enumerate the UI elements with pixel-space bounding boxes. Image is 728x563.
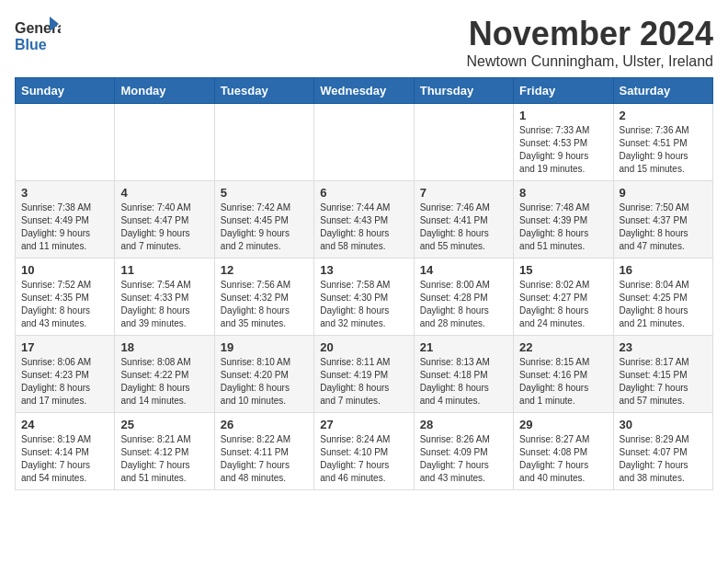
day-number: 24 [21, 418, 108, 431]
calendar-cell: 30Sunrise: 8:29 AM Sunset: 4:07 PM Dayli… [613, 413, 712, 490]
day-number: 20 [320, 340, 407, 354]
day-info: Sunrise: 8:10 AM Sunset: 4:20 PM Dayligh… [221, 356, 308, 408]
calendar-cell: 2Sunrise: 7:36 AM Sunset: 4:51 PM Daylig… [613, 104, 712, 181]
day-number: 13 [320, 263, 407, 277]
day-info: Sunrise: 7:50 AM Sunset: 4:37 PM Dayligh… [620, 201, 707, 253]
day-info: Sunrise: 7:48 AM Sunset: 4:39 PM Dayligh… [519, 201, 607, 253]
calendar-table: SundayMondayTuesdayWednesdayThursdayFrid… [15, 77, 713, 490]
page-header: GeneralBlue November 2024 Newtown Cunnin… [15, 15, 713, 70]
calendar-cell: 14Sunrise: 8:00 AM Sunset: 4:28 PM Dayli… [414, 259, 513, 336]
calendar-cell [214, 104, 313, 181]
calendar-cell: 26Sunrise: 8:22 AM Sunset: 4:11 PM Dayli… [214, 413, 313, 490]
day-header-wednesday: Wednesday [314, 78, 414, 104]
day-info: Sunrise: 7:38 AM Sunset: 4:49 PM Dayligh… [21, 201, 108, 253]
day-header-friday: Friday [514, 78, 613, 104]
day-number: 29 [519, 418, 607, 431]
calendar-cell: 23Sunrise: 8:17 AM Sunset: 4:15 PM Dayli… [613, 336, 712, 413]
day-info: Sunrise: 8:19 AM Sunset: 4:14 PM Dayligh… [21, 433, 108, 485]
calendar-cell: 10Sunrise: 7:52 AM Sunset: 4:35 PM Dayli… [16, 259, 115, 336]
day-number: 16 [620, 263, 707, 277]
day-number: 1 [519, 109, 607, 122]
calendar-cell: 21Sunrise: 8:13 AM Sunset: 4:18 PM Dayli… [414, 336, 513, 413]
location-title: Newtown Cunningham, Ulster, Ireland [466, 53, 713, 70]
day-info: Sunrise: 7:33 AM Sunset: 4:53 PM Dayligh… [519, 124, 607, 176]
day-info: Sunrise: 8:29 AM Sunset: 4:07 PM Dayligh… [620, 433, 707, 485]
day-info: Sunrise: 7:40 AM Sunset: 4:47 PM Dayligh… [120, 201, 208, 253]
calendar-week-1: 1Sunrise: 7:33 AM Sunset: 4:53 PM Daylig… [16, 104, 713, 181]
calendar-cell: 11Sunrise: 7:54 AM Sunset: 4:33 PM Dayli… [115, 259, 214, 336]
day-info: Sunrise: 8:24 AM Sunset: 4:10 PM Dayligh… [320, 433, 407, 485]
calendar-cell: 12Sunrise: 7:56 AM Sunset: 4:32 PM Dayli… [214, 259, 313, 336]
calendar-week-5: 24Sunrise: 8:19 AM Sunset: 4:14 PM Dayli… [16, 413, 713, 490]
day-header-tuesday: Tuesday [214, 78, 313, 104]
day-number: 12 [221, 263, 308, 277]
day-header-thursday: Thursday [414, 78, 513, 104]
calendar-cell: 9Sunrise: 7:50 AM Sunset: 4:37 PM Daylig… [613, 181, 712, 259]
day-number: 23 [620, 340, 707, 354]
calendar-cell: 15Sunrise: 8:02 AM Sunset: 4:27 PM Dayli… [514, 259, 613, 336]
calendar-cell [115, 104, 214, 181]
day-number: 26 [221, 418, 308, 431]
calendar-cell: 28Sunrise: 8:26 AM Sunset: 4:09 PM Dayli… [414, 413, 513, 490]
day-info: Sunrise: 7:54 AM Sunset: 4:33 PM Dayligh… [120, 279, 208, 330]
day-header-sunday: Sunday [16, 78, 115, 104]
day-info: Sunrise: 8:11 AM Sunset: 4:19 PM Dayligh… [320, 356, 407, 408]
calendar-cell: 3Sunrise: 7:38 AM Sunset: 4:49 PM Daylig… [16, 181, 115, 259]
calendar-cell: 1Sunrise: 7:33 AM Sunset: 4:53 PM Daylig… [514, 104, 613, 181]
calendar-cell [16, 104, 115, 181]
day-header-saturday: Saturday [613, 78, 712, 104]
calendar-cell: 29Sunrise: 8:27 AM Sunset: 4:08 PM Dayli… [514, 413, 613, 490]
day-info: Sunrise: 7:52 AM Sunset: 4:35 PM Dayligh… [21, 279, 108, 330]
calendar-cell [414, 104, 513, 181]
day-number: 7 [420, 186, 507, 200]
calendar-cell: 18Sunrise: 8:08 AM Sunset: 4:22 PM Dayli… [115, 336, 214, 413]
day-info: Sunrise: 8:17 AM Sunset: 4:15 PM Dayligh… [620, 356, 707, 408]
day-info: Sunrise: 8:26 AM Sunset: 4:09 PM Dayligh… [420, 433, 507, 485]
day-info: Sunrise: 8:21 AM Sunset: 4:12 PM Dayligh… [120, 433, 208, 485]
day-info: Sunrise: 7:58 AM Sunset: 4:30 PM Dayligh… [320, 279, 407, 330]
day-info: Sunrise: 8:27 AM Sunset: 4:08 PM Dayligh… [519, 433, 607, 485]
day-info: Sunrise: 8:04 AM Sunset: 4:25 PM Dayligh… [620, 279, 707, 330]
calendar-cell [314, 104, 414, 181]
day-number: 17 [21, 340, 108, 354]
day-number: 8 [519, 186, 607, 200]
day-number: 10 [21, 263, 108, 277]
logo: GeneralBlue [15, 15, 61, 56]
day-info: Sunrise: 8:02 AM Sunset: 4:27 PM Dayligh… [519, 279, 607, 330]
calendar-cell: 20Sunrise: 8:11 AM Sunset: 4:19 PM Dayli… [314, 336, 414, 413]
day-header-monday: Monday [115, 78, 214, 104]
day-number: 18 [120, 340, 208, 354]
day-number: 28 [420, 418, 507, 431]
day-info: Sunrise: 8:13 AM Sunset: 4:18 PM Dayligh… [420, 356, 507, 408]
day-info: Sunrise: 8:15 AM Sunset: 4:16 PM Dayligh… [519, 356, 607, 408]
calendar-cell: 24Sunrise: 8:19 AM Sunset: 4:14 PM Dayli… [16, 413, 115, 490]
calendar-cell: 4Sunrise: 7:40 AM Sunset: 4:47 PM Daylig… [115, 181, 214, 259]
day-number: 5 [221, 186, 308, 200]
day-info: Sunrise: 7:46 AM Sunset: 4:41 PM Dayligh… [420, 201, 507, 253]
calendar-week-3: 10Sunrise: 7:52 AM Sunset: 4:35 PM Dayli… [16, 259, 713, 336]
calendar-header-row: SundayMondayTuesdayWednesdayThursdayFrid… [16, 78, 713, 104]
day-number: 27 [320, 418, 407, 431]
calendar-cell: 13Sunrise: 7:58 AM Sunset: 4:30 PM Dayli… [314, 259, 414, 336]
day-info: Sunrise: 7:56 AM Sunset: 4:32 PM Dayligh… [221, 279, 308, 330]
day-number: 3 [21, 186, 108, 200]
day-number: 30 [620, 418, 707, 431]
day-info: Sunrise: 8:22 AM Sunset: 4:11 PM Dayligh… [221, 433, 308, 485]
calendar-cell: 7Sunrise: 7:46 AM Sunset: 4:41 PM Daylig… [414, 181, 513, 259]
title-block: November 2024 Newtown Cunningham, Ulster… [466, 15, 713, 70]
calendar-cell: 19Sunrise: 8:10 AM Sunset: 4:20 PM Dayli… [214, 336, 313, 413]
day-number: 19 [221, 340, 308, 354]
calendar-cell: 17Sunrise: 8:06 AM Sunset: 4:23 PM Dayli… [16, 336, 115, 413]
svg-text:Blue: Blue [15, 37, 47, 52]
day-number: 9 [620, 186, 707, 200]
day-info: Sunrise: 8:00 AM Sunset: 4:28 PM Dayligh… [420, 279, 507, 330]
day-number: 25 [120, 418, 208, 431]
day-info: Sunrise: 7:36 AM Sunset: 4:51 PM Dayligh… [620, 124, 707, 176]
day-number: 11 [120, 263, 208, 277]
calendar-cell: 16Sunrise: 8:04 AM Sunset: 4:25 PM Dayli… [613, 259, 712, 336]
day-number: 21 [420, 340, 507, 354]
day-number: 2 [620, 109, 707, 122]
calendar-cell: 27Sunrise: 8:24 AM Sunset: 4:10 PM Dayli… [314, 413, 414, 490]
calendar-cell: 8Sunrise: 7:48 AM Sunset: 4:39 PM Daylig… [514, 181, 613, 259]
calendar-week-2: 3Sunrise: 7:38 AM Sunset: 4:49 PM Daylig… [16, 181, 713, 259]
